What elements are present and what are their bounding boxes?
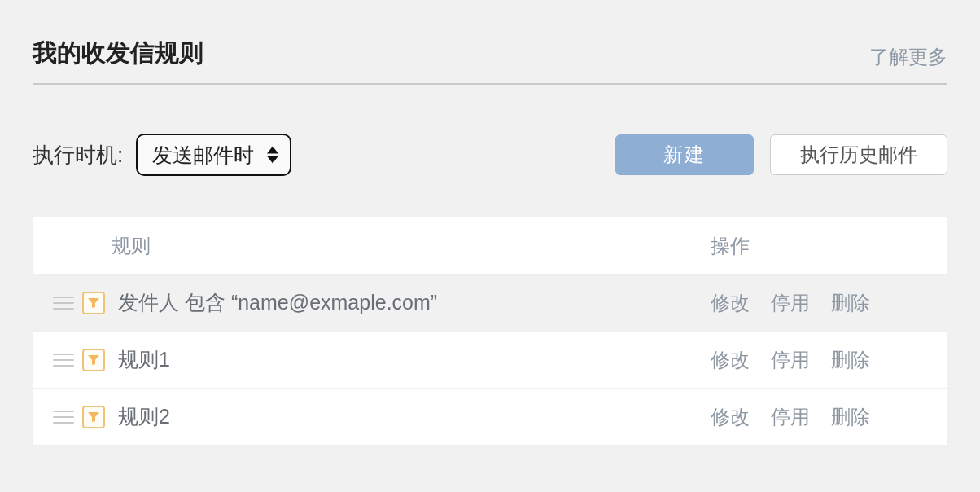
row-ops: 修改停用删除 bbox=[711, 347, 922, 373]
rules-table: 规则 操作 发件人 包含 “name@exmaple.com”修改停用删除规则1… bbox=[33, 217, 947, 446]
drag-handle-icon[interactable] bbox=[50, 297, 82, 310]
drag-handle-icon[interactable] bbox=[50, 411, 82, 424]
learn-more-link[interactable]: 了解更多 bbox=[869, 44, 947, 70]
rule-name: 发件人 包含 “name@exmaple.com” bbox=[118, 289, 711, 316]
delete-link[interactable]: 删除 bbox=[831, 290, 870, 316]
timing-select[interactable]: 发送邮件时 bbox=[136, 134, 291, 176]
timing-select-value: 发送邮件时 bbox=[152, 142, 254, 169]
col-header-ops: 操作 bbox=[711, 233, 922, 259]
filter-icon bbox=[82, 349, 105, 371]
table-row[interactable]: 发件人 包含 “name@exmaple.com”修改停用删除 bbox=[33, 275, 947, 332]
disable-link[interactable]: 停用 bbox=[771, 404, 810, 430]
filter-icon bbox=[82, 292, 105, 314]
disable-link[interactable]: 停用 bbox=[771, 347, 810, 373]
row-ops: 修改停用删除 bbox=[711, 404, 922, 430]
updown-caret-icon bbox=[265, 147, 280, 164]
rule-name: 规则1 bbox=[118, 346, 711, 373]
table-row[interactable]: 规则1修改停用删除 bbox=[33, 332, 947, 389]
row-ops: 修改停用删除 bbox=[711, 290, 922, 316]
apply-history-button[interactable]: 执行历史邮件 bbox=[770, 134, 947, 175]
new-rule-button[interactable]: 新建 bbox=[615, 134, 754, 175]
delete-link[interactable]: 删除 bbox=[831, 404, 870, 430]
table-row[interactable]: 规则2修改停用删除 bbox=[33, 389, 947, 446]
disable-link[interactable]: 停用 bbox=[771, 290, 810, 316]
page-title: 我的收发信规则 bbox=[33, 37, 203, 70]
col-header-rule: 规则 bbox=[112, 233, 711, 259]
delete-link[interactable]: 删除 bbox=[831, 347, 870, 373]
timing-label: 执行时机: bbox=[33, 141, 123, 169]
filter-icon bbox=[82, 406, 105, 428]
table-header-row: 规则 操作 bbox=[33, 217, 947, 275]
edit-link[interactable]: 修改 bbox=[711, 290, 750, 316]
edit-link[interactable]: 修改 bbox=[711, 404, 750, 430]
rule-name: 规则2 bbox=[118, 403, 711, 430]
edit-link[interactable]: 修改 bbox=[711, 347, 750, 373]
drag-handle-icon[interactable] bbox=[50, 354, 82, 367]
